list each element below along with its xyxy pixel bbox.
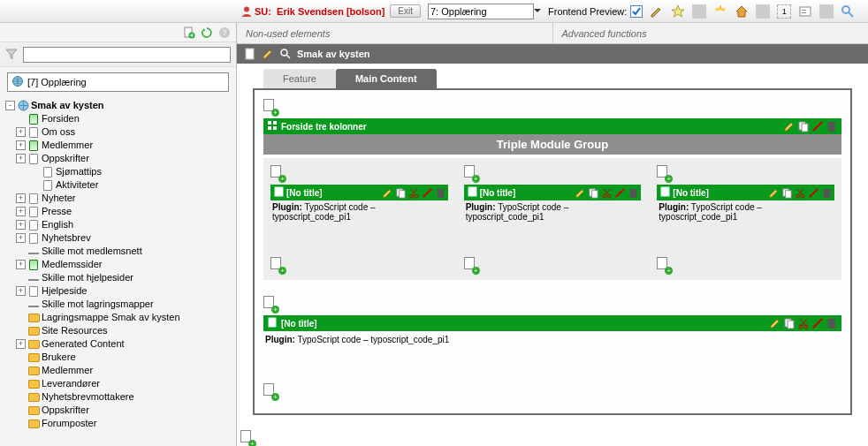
- tree-toggle-icon[interactable]: -: [5, 101, 15, 110]
- tree-toggle-icon[interactable]: +: [16, 140, 26, 150]
- unlink-icon[interactable]: [614, 187, 626, 199]
- tree-item[interactable]: +Oppskrifter: [5, 152, 232, 165]
- tree-item[interactable]: +Hjelpeside: [5, 284, 232, 298]
- add-content-icon[interactable]: +: [263, 99, 278, 115]
- star-icon[interactable]: [671, 4, 685, 19]
- edit-page-icon[interactable]: [262, 48, 274, 60]
- tree-item[interactable]: Nyhetsbrevmottakere: [5, 390, 232, 404]
- copy-icon[interactable]: [588, 187, 599, 199]
- help-icon[interactable]: ?: [218, 26, 231, 39]
- tree-item-label: Om oss: [42, 125, 75, 139]
- tree-item[interactable]: Site Resources: [5, 324, 232, 337]
- tree-item[interactable]: +Presse: [5, 205, 232, 218]
- tree-item[interactable]: +Nyhetsbrev: [5, 231, 232, 245]
- tree-item[interactable]: Leverandører: [5, 377, 232, 390]
- add-content-icon[interactable]: +: [464, 257, 478, 273]
- add-content-icon[interactable]: +: [464, 165, 478, 181]
- tree-item[interactable]: +English: [5, 218, 232, 231]
- delete-icon[interactable]: [826, 317, 838, 329]
- edit-icon[interactable]: [650, 4, 664, 19]
- globe-icon: [17, 101, 29, 111]
- page-element-icon: [267, 317, 278, 329]
- tree-item[interactable]: Sjømattips: [5, 165, 232, 178]
- cut-icon[interactable]: [408, 187, 420, 199]
- shortcut-icon[interactable]: [798, 4, 812, 19]
- add-content-icon[interactable]: +: [263, 296, 278, 312]
- cache-page-icon[interactable]: 1: [777, 4, 791, 19]
- view-page-icon[interactable]: [279, 48, 292, 60]
- tree-item[interactable]: Oppskrifter: [5, 404, 232, 417]
- tree-item[interactable]: +Nyheter: [5, 192, 232, 205]
- tree-item[interactable]: Brukere: [5, 351, 232, 364]
- delete-icon[interactable]: [435, 187, 446, 199]
- tab-feature[interactable]: Feature: [263, 69, 336, 88]
- page-icon[interactable]: [244, 48, 256, 60]
- frontend-preview-checkbox[interactable]: [630, 5, 643, 18]
- unlink-icon[interactable]: [811, 120, 824, 132]
- tree-item[interactable]: Medlemmer: [5, 364, 232, 377]
- clear-cache-icon[interactable]: [713, 4, 727, 19]
- filter-input[interactable]: [23, 47, 231, 63]
- tree-toggle-icon[interactable]: +: [16, 339, 26, 349]
- cut-icon[interactable]: [797, 317, 810, 329]
- edit-icon[interactable]: [783, 120, 796, 132]
- search-icon[interactable]: [841, 4, 855, 19]
- cut-icon[interactable]: [795, 187, 806, 199]
- unlink-icon[interactable]: [422, 187, 433, 199]
- root-selector[interactable]: [7] Opplæring: [7, 72, 229, 92]
- folder-icon: [27, 339, 40, 350]
- copy-icon[interactable]: [395, 187, 407, 199]
- tree-item[interactable]: +Medlemssider: [5, 258, 232, 271]
- tab-non-used-elements[interactable]: Non-used elements: [237, 23, 553, 43]
- exit-button[interactable]: Exit: [390, 4, 421, 18]
- tree-toggle-icon[interactable]: +: [16, 154, 26, 163]
- tree-toggle-icon[interactable]: +: [16, 207, 26, 216]
- tree-item-label: Nyhetsbrevmottakere: [42, 390, 134, 404]
- add-content-icon[interactable]: +: [270, 257, 285, 273]
- site-selector[interactable]: [428, 4, 534, 19]
- add-content-icon[interactable]: +: [240, 430, 255, 446]
- refresh-icon[interactable]: [201, 26, 213, 39]
- copy-icon[interactable]: [783, 317, 796, 329]
- tree-item-label: Medlemmer: [42, 139, 93, 152]
- add-content-icon[interactable]: +: [270, 165, 285, 181]
- edit-icon[interactable]: [768, 187, 780, 199]
- filter-icon[interactable]: [5, 48, 18, 62]
- edit-icon[interactable]: [769, 317, 781, 329]
- copy-icon[interactable]: [781, 187, 793, 199]
- home-icon[interactable]: [735, 4, 749, 19]
- tree-item[interactable]: +Medlemmer: [5, 139, 232, 152]
- edit-icon[interactable]: [575, 187, 586, 199]
- tree-item[interactable]: Forumposter: [5, 417, 232, 430]
- tree-item[interactable]: Skille mot hjelpesider: [5, 271, 232, 284]
- tree-item[interactable]: -Smak av kysten: [5, 99, 232, 112]
- tree-item[interactable]: Skille mot lagringsmapper: [5, 298, 232, 311]
- tree-toggle-icon[interactable]: +: [16, 127, 26, 137]
- copy-icon[interactable]: [797, 120, 810, 132]
- tree-toggle-icon[interactable]: +: [16, 233, 26, 243]
- tree-toggle-icon[interactable]: +: [16, 260, 26, 269]
- tree-toggle-icon[interactable]: +: [16, 193, 26, 203]
- unlink-icon[interactable]: [811, 317, 824, 329]
- tree-item[interactable]: Lagringsmappe Smak av kysten: [5, 311, 232, 324]
- add-content-icon[interactable]: +: [657, 165, 671, 181]
- tab-main-content[interactable]: Main Content: [336, 69, 437, 88]
- new-page-icon[interactable]: [183, 26, 195, 39]
- delete-icon[interactable]: [826, 120, 838, 132]
- tree-toggle-icon[interactable]: +: [16, 286, 26, 296]
- add-content-icon[interactable]: +: [263, 383, 278, 399]
- chevron-down-icon[interactable]: [532, 5, 543, 18]
- tab-advanced-functions[interactable]: Advanced functions: [553, 23, 869, 43]
- tree-toggle-icon[interactable]: +: [16, 220, 26, 230]
- tree-item[interactable]: +Generated Content: [5, 337, 232, 351]
- tree-item[interactable]: Forsiden: [5, 112, 232, 125]
- tree-item[interactable]: +Om oss: [5, 125, 232, 139]
- unlink-icon[interactable]: [808, 187, 819, 199]
- delete-icon[interactable]: [628, 187, 639, 199]
- edit-icon[interactable]: [382, 187, 393, 199]
- delete-icon[interactable]: [821, 187, 833, 199]
- add-content-icon[interactable]: +: [657, 257, 671, 273]
- tree-item[interactable]: Skille mot medlemsnett: [5, 245, 232, 258]
- cut-icon[interactable]: [601, 187, 613, 199]
- tree-item[interactable]: Aktiviteter: [5, 178, 232, 192]
